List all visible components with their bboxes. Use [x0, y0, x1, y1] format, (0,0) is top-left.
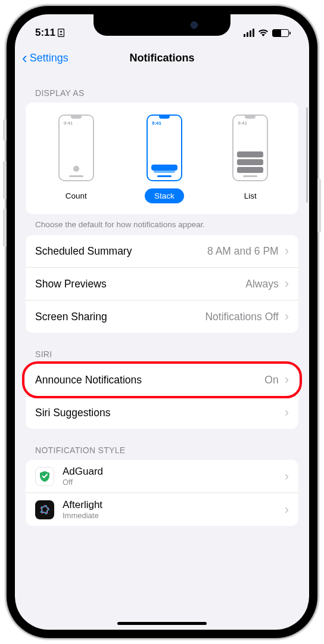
contact-card-icon	[58, 29, 64, 37]
display-option-list[interactable]: 9:41 List	[232, 114, 268, 203]
scrollbar[interactable]	[306, 107, 308, 203]
home-indicator[interactable]	[117, 622, 207, 625]
svg-rect-0	[58, 29, 64, 37]
battery-icon	[272, 29, 289, 37]
count-label: Count	[56, 188, 96, 203]
show-previews-value: Always	[245, 278, 278, 290]
front-camera-icon	[191, 21, 198, 29]
row-show-previews[interactable]: Show Previews Always ›	[26, 267, 298, 300]
show-previews-label: Show Previews	[35, 278, 107, 290]
section-header-siri: SIRI	[26, 333, 298, 364]
app-row-afterlight[interactable]: Afterlight Immediate ›	[26, 493, 298, 526]
notification-style-card: AdGuard Off › Afterlight Immediate	[26, 460, 298, 526]
screen: 5:11 ‹	[15, 14, 309, 630]
list-label: List	[235, 188, 266, 203]
side-button	[317, 179, 321, 233]
svg-point-1	[60, 30, 62, 32]
row-siri-suggestions[interactable]: Siri Suggestions ›	[26, 396, 298, 429]
scroll-content[interactable]: DISPLAY AS 9:41 Count	[15, 72, 309, 630]
siri-card: Announce Notifications On › Siri Suggest…	[26, 364, 298, 429]
adguard-app-icon	[35, 467, 54, 486]
chevron-right-icon: ›	[285, 469, 289, 484]
row-screen-sharing[interactable]: Screen Sharing Notifications Off ›	[26, 300, 298, 333]
chevron-right-icon: ›	[285, 405, 289, 420]
stack-preview-icon: 9:41	[147, 114, 182, 181]
display-option-count[interactable]: 9:41 Count	[56, 114, 96, 203]
chevron-right-icon: ›	[285, 502, 289, 518]
section-header-display-as: DISPLAY AS	[26, 72, 298, 103]
volume-up-button	[3, 161, 7, 199]
adguard-sub: Off	[63, 478, 276, 487]
stack-label: Stack	[145, 188, 184, 203]
row-announce-notifications[interactable]: Announce Notifications On ›	[26, 364, 298, 396]
screen-sharing-label: Screen Sharing	[35, 311, 107, 323]
phone-device-frame: 5:11 ‹	[7, 6, 317, 638]
display-as-footer: Choose the default for how notifications…	[26, 214, 298, 235]
siri-suggestions-label: Siri Suggestions	[35, 407, 110, 419]
afterlight-sub: Immediate	[63, 511, 276, 520]
screen-sharing-value: Notifications Off	[205, 311, 278, 323]
app-row-adguard[interactable]: AdGuard Off ›	[26, 460, 298, 493]
navigation-bar: ‹ Settings Notifications	[15, 44, 309, 72]
count-preview-icon: 9:41	[58, 114, 94, 181]
display-option-stack[interactable]: 9:41 Stack	[145, 114, 184, 203]
chevron-right-icon: ›	[285, 276, 289, 292]
afterlight-name: Afterlight	[63, 499, 276, 511]
row-scheduled-summary[interactable]: Scheduled Summary 8 AM and 6 PM ›	[26, 235, 298, 267]
section-header-notification-style: NOTIFICATION STYLE	[26, 429, 298, 460]
page-title: Notifications	[15, 52, 309, 64]
display-as-card: 9:41 Count 9:41	[26, 103, 298, 214]
chevron-right-icon: ›	[285, 243, 289, 259]
svg-marker-3	[39, 504, 50, 515]
volume-down-button	[3, 209, 7, 247]
status-time: 5:11	[35, 27, 55, 39]
annotation-highlight	[22, 361, 302, 398]
afterlight-app-icon	[35, 500, 54, 519]
chevron-right-icon: ›	[285, 309, 289, 324]
wifi-icon	[258, 29, 269, 37]
scheduled-summary-value: 8 AM and 6 PM	[207, 245, 279, 258]
general-settings-card: Scheduled Summary 8 AM and 6 PM › Show P…	[26, 235, 298, 333]
mute-switch	[3, 119, 7, 141]
adguard-name: AdGuard	[63, 466, 276, 478]
notch	[94, 14, 230, 36]
scheduled-summary-label: Scheduled Summary	[35, 245, 132, 258]
list-preview-icon: 9:41	[232, 114, 268, 181]
cellular-signal-icon	[244, 29, 255, 37]
